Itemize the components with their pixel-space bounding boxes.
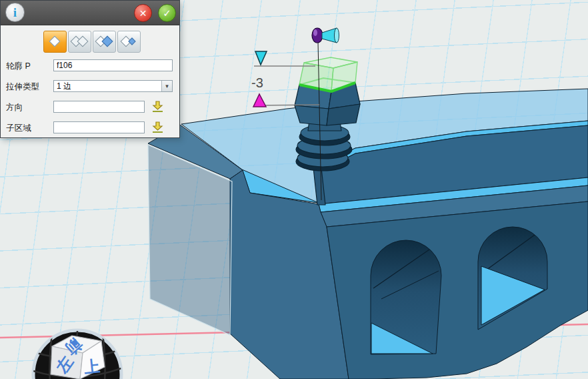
info-icon[interactable]: i bbox=[5, 3, 25, 22]
boolean-base-button[interactable] bbox=[43, 31, 67, 53]
confirm-button[interactable]: ✓ bbox=[158, 4, 176, 22]
extrude-type-dropdown[interactable]: 1 边 ▾ bbox=[53, 80, 173, 92]
extrude-dialog: i ✕ ✓ 轮廓 P bbox=[0, 0, 180, 138]
direction-pick-button[interactable] bbox=[150, 101, 165, 113]
white-and-blue-diamond-icon bbox=[102, 36, 113, 47]
subregion-label: 子区域 bbox=[6, 123, 31, 134]
dialog-titlebar: i ✕ ✓ bbox=[1, 1, 179, 25]
cancel-button[interactable]: ✕ bbox=[134, 4, 152, 22]
subregion-input[interactable] bbox=[53, 121, 145, 133]
direction-input[interactable] bbox=[53, 101, 145, 113]
pick-arrow-icon bbox=[151, 101, 164, 113]
view-cube-right-label[interactable]: 上 bbox=[83, 357, 101, 377]
profile-label: 轮廓 P bbox=[6, 61, 31, 72]
arch-opening-left[interactable] bbox=[371, 240, 441, 354]
subregion-pick-button[interactable] bbox=[150, 121, 165, 134]
extrude-preview[interactable] bbox=[299, 57, 357, 91]
offset-value-label[interactable]: -3 bbox=[251, 75, 263, 90]
single-white-diamond-icon bbox=[49, 36, 61, 47]
manipulator-knob[interactable] bbox=[312, 28, 323, 43]
start-handle-triangle[interactable] bbox=[255, 51, 267, 65]
direction-label: 方向 bbox=[6, 102, 23, 113]
boolean-add-button[interactable] bbox=[68, 31, 91, 53]
boolean-toolbar bbox=[43, 31, 141, 53]
direction-cone-cap bbox=[335, 28, 339, 43]
pick-arrow-icon bbox=[151, 121, 164, 133]
application-window: -3 前 左 上 bbox=[0, 0, 588, 379]
boolean-subtract-button[interactable] bbox=[93, 31, 116, 53]
view-cube-widget[interactable]: 前 左 上 bbox=[33, 330, 121, 379]
double-white-diamond-icon bbox=[77, 36, 89, 47]
extrude-type-label: 拉伸类型 bbox=[6, 81, 39, 93]
end-handle-triangle[interactable] bbox=[253, 94, 266, 107]
chevron-down-icon[interactable]: ▾ bbox=[161, 81, 172, 91]
extrude-type-value: 1 边 bbox=[54, 81, 161, 92]
model-right-face[interactable] bbox=[327, 202, 588, 379]
boolean-intersect-button[interactable] bbox=[117, 31, 141, 53]
knob-highlight bbox=[313, 29, 317, 36]
profile-input[interactable] bbox=[53, 59, 173, 71]
bolt-collar-left[interactable] bbox=[295, 105, 329, 125]
